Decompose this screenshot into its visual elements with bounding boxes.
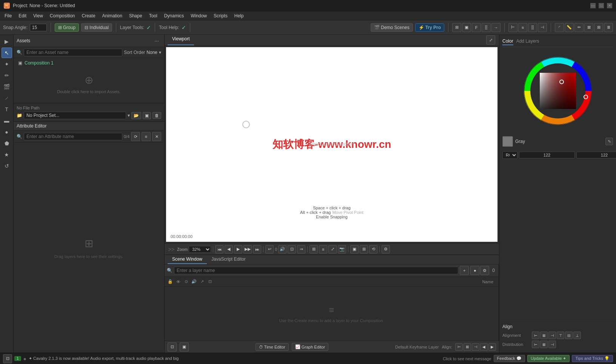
font-icon-btn[interactable]: F — [472, 23, 481, 32]
vc-export-btn[interactable]: ⊞ — [360, 245, 368, 253]
assets-more-btn[interactable]: ··· — [152, 36, 161, 45]
color-wheel-svg[interactable] — [520, 53, 596, 129]
align-top-btn[interactable]: ⊤ — [557, 332, 564, 339]
lasso-tool[interactable]: ✦ — [2, 59, 12, 69]
status-expand-btn[interactable]: ⊡ — [3, 354, 12, 363]
close-button[interactable]: ✕ — [607, 3, 612, 8]
menu-help[interactable]: Help — [231, 12, 247, 19]
eye-icon[interactable]: 👁 — [175, 278, 182, 285]
star-tool[interactable]: ★ — [2, 149, 12, 160]
graph-editor-btn[interactable]: 📈 Graph Editor — [292, 343, 328, 351]
text-tool[interactable]: T — [2, 104, 12, 115]
vc-render-btn[interactable]: ▣ — [350, 245, 359, 253]
feedback-btn[interactable]: Feedback 💬 — [494, 355, 525, 362]
menu-scripts[interactable]: Scripts — [211, 12, 231, 19]
vc-fit-btn[interactable]: ⤢ — [328, 245, 337, 253]
align-left-btn[interactable]: ⊢ — [508, 23, 517, 32]
attr-clear-btn[interactable]: ✕ — [152, 132, 161, 141]
align-kf-next-btn[interactable]: ▶ — [488, 343, 496, 351]
update-available-btn[interactable]: Update Available ✦ — [527, 355, 570, 362]
attr-refresh-btn[interactable]: ⟳ — [131, 132, 140, 141]
filepath-delete-btn[interactable]: 🗑 — [152, 112, 161, 119]
arrow-icon-btn[interactable]: → — [491, 23, 500, 32]
rgb-g-input[interactable] — [576, 152, 616, 158]
tag-icon[interactable]: ⊡ — [206, 278, 213, 285]
cut-tool[interactable]: ⟋ — [2, 93, 12, 103]
dist-btn[interactable]: ≣ — [604, 23, 613, 32]
editor-bar-expand-btn[interactable]: ⊡ — [168, 342, 177, 352]
menu-shape[interactable]: Shape — [126, 12, 145, 19]
camera-tool[interactable]: 🎬 — [2, 81, 12, 92]
align-right-btn[interactable]: ⊣ — [548, 332, 556, 339]
vc-go-start-btn[interactable]: ⏮ — [215, 245, 223, 253]
vc-snap-btn[interactable]: ⊡ — [288, 245, 296, 253]
color-wheel-container[interactable] — [502, 50, 613, 132]
align-right-btn[interactable]: ⊣ — [538, 23, 547, 32]
layer-add-btn[interactable]: + — [460, 266, 469, 275]
vc-motion-btn[interactable]: ⇒ — [297, 245, 305, 253]
menu-file[interactable]: File — [2, 12, 15, 19]
scene-window-tab[interactable]: Scene Window — [168, 255, 207, 264]
ellipse-tool[interactable]: ● — [2, 127, 12, 137]
menu-tool[interactable]: Tool — [146, 12, 160, 19]
vc-prev-frame-btn[interactable]: ◀ — [225, 245, 233, 253]
menu-edit[interactable]: Edit — [15, 12, 29, 19]
vc-loop-btn[interactable]: ↩ — [265, 245, 274, 253]
vc-camera-btn[interactable]: 📷 — [338, 245, 346, 253]
ruler-btn[interactable]: 📏 — [565, 23, 574, 32]
align-bottom-btn[interactable]: ⊥ — [573, 332, 581, 339]
dist-left-btn[interactable]: ⊢ — [532, 341, 539, 348]
zoom-select[interactable]: 32% 50% 100% — [189, 246, 211, 253]
rect-tool[interactable]: ▬ — [2, 115, 12, 126]
attr-filter-btn[interactable]: ≡ — [142, 132, 151, 141]
select-tool[interactable]: ▶ — [2, 36, 12, 47]
vc-play-btn[interactable]: ▶ — [234, 245, 242, 253]
menu-window[interactable]: Window — [188, 12, 210, 19]
motion-icon[interactable]: ↗ — [199, 278, 205, 285]
vc-next-frame-btn[interactable]: ▶▶ — [243, 245, 252, 253]
assets-search-input[interactable] — [24, 49, 122, 56]
snap-angle-input[interactable] — [30, 24, 47, 31]
box-icon-btn[interactable]: ▣ — [462, 23, 471, 32]
polygon-tool[interactable]: ⬟ — [2, 138, 12, 149]
pen-btn[interactable]: ✏ — [574, 23, 584, 32]
demo-scenes-button[interactable]: 🎬 Demo Scenes — [371, 23, 413, 32]
individual-button[interactable]: ⊟ Individual — [81, 23, 112, 32]
status-next-message[interactable]: Click to see next message — [443, 356, 491, 361]
copy-icon[interactable]: ⊙ — [183, 278, 189, 285]
tips-tricks-btn[interactable]: Tips and Tricks 💡 — [572, 355, 613, 362]
js-editor-tab[interactable]: JavaScript Editor — [207, 255, 250, 264]
maximize-button[interactable]: □ — [599, 3, 604, 8]
filepath-folder-btn[interactable]: 📂 — [131, 112, 141, 119]
add-layers-tab[interactable]: Add Layers — [516, 38, 539, 45]
align-center-h-btn[interactable]: ⊠ — [540, 332, 548, 339]
layer-settings-btn[interactable]: ⚙ — [480, 266, 489, 275]
vc-export2-btn[interactable]: ⟲ — [369, 245, 377, 253]
layer-cam-btn[interactable]: ● — [470, 266, 479, 275]
editor-bar-small-btn[interactable]: ▣ — [180, 342, 189, 352]
vc-grid-btn[interactable]: ⊞ — [310, 245, 318, 253]
audio-icon[interactable]: 🔊 — [191, 278, 197, 285]
menu-create[interactable]: Create — [79, 12, 99, 19]
rgb-r-input[interactable] — [519, 152, 575, 158]
align-center-btn[interactable]: ≡ — [518, 23, 527, 32]
vc-audio-btn[interactable]: 🔊 — [278, 245, 286, 253]
layer-search-input[interactable] — [174, 267, 458, 274]
menu-composition[interactable]: Composition — [47, 12, 78, 19]
color-tab[interactable]: Color — [502, 38, 513, 45]
align-kf-prev-btn[interactable]: ◀ — [480, 343, 488, 351]
undo-tool[interactable]: ↺ — [2, 161, 12, 171]
pen-tool[interactable]: ✏ — [2, 70, 12, 81]
group-button[interactable]: ⊞ Group — [55, 23, 79, 32]
filepath-view-btn[interactable]: ▣ — [143, 112, 151, 119]
align-left-kf-btn[interactable]: ⊢ — [455, 343, 463, 351]
align-center-kf-btn[interactable]: ⊠ — [464, 343, 471, 351]
vc-go-end-btn[interactable]: ⏭ — [253, 245, 261, 253]
try-pro-button[interactable]: ⚡ Try Pro — [415, 23, 444, 32]
asset-item-composition1[interactable]: ▣ Composition 1 — [17, 60, 161, 66]
dots-icon-btn[interactable]: ⣿ — [482, 23, 491, 32]
viewport-expand-btn[interactable]: ⤢ — [486, 35, 495, 45]
dist-center-btn[interactable]: ⊠ — [540, 341, 548, 348]
align-right-kf-btn[interactable]: ⊣ — [472, 343, 479, 351]
color-gradient-square[interactable] — [540, 73, 576, 109]
